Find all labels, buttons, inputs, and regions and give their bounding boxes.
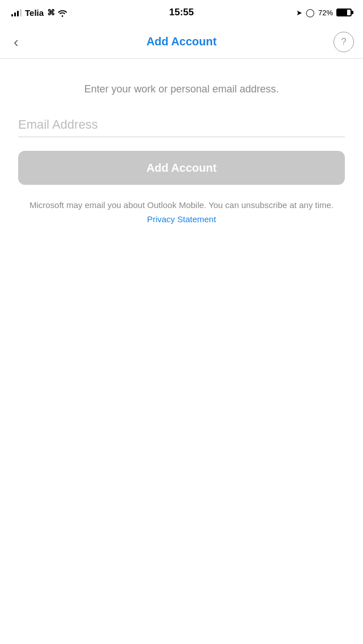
email-input-container xyxy=(18,117,345,137)
signal-bar-4 xyxy=(20,9,22,16)
signal-bar-1 xyxy=(11,14,13,16)
wifi-icon: ⌘ xyxy=(47,8,67,17)
email-input[interactable] xyxy=(18,117,345,132)
signal-bar-2 xyxy=(14,12,16,16)
carrier-label: Telia xyxy=(25,8,44,18)
page-title: Add Account xyxy=(146,35,217,48)
status-time: 15:55 xyxy=(169,7,193,18)
subtitle-text: Enter your work or personal email addres… xyxy=(18,82,345,97)
back-chevron-icon: ‹ xyxy=(14,35,19,49)
add-account-button-label: Add Account xyxy=(146,162,217,174)
battery-percent-label: 72% xyxy=(318,9,333,17)
signal-bar-3 xyxy=(17,11,19,16)
battery-fill xyxy=(337,10,347,15)
disclaimer-text: Microsoft may email you about Outlook Mo… xyxy=(18,198,345,212)
alarm-icon: ◯ xyxy=(306,8,315,17)
privacy-statement-link[interactable]: Privacy Statement xyxy=(18,214,345,224)
help-icon: ? xyxy=(341,36,346,48)
status-left: Telia ⌘ xyxy=(11,8,67,18)
main-content: Enter your work or personal email addres… xyxy=(0,59,363,224)
add-account-button[interactable]: Add Account xyxy=(18,151,345,185)
location-icon: ➤ xyxy=(296,9,302,17)
status-right: ➤ ◯ 72% xyxy=(296,8,352,17)
back-button[interactable]: ‹ xyxy=(9,30,23,54)
signal-bars-icon xyxy=(11,9,22,16)
help-button[interactable]: ? xyxy=(334,32,354,52)
status-bar: Telia ⌘ 15:55 ➤ ◯ 72% xyxy=(0,0,363,25)
nav-bar: ‹ Add Account ? xyxy=(0,25,363,59)
battery-icon xyxy=(336,9,352,16)
